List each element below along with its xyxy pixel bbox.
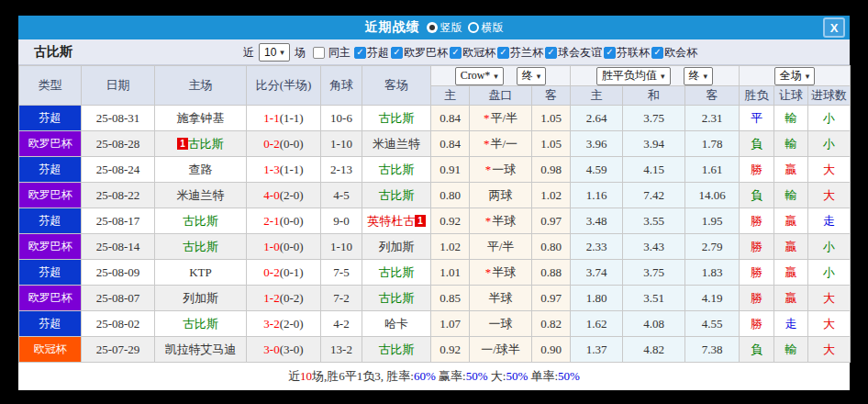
ah-handicap-line: *一球 [470, 157, 532, 183]
ah-away-odds: 0.88 [532, 260, 571, 286]
eu-away-odds: 1.61 [685, 157, 740, 183]
summary-part: 赢率: [436, 368, 466, 385]
checked-checkbox-icon[interactable]: ✓ [391, 47, 403, 59]
away-team-name: 哈卡 [384, 317, 408, 331]
eu-draw-odds: 3.51 [623, 286, 685, 311]
home-team-name: 列加斯 [183, 291, 218, 305]
ah-handicap-line: 平/半 [470, 234, 532, 260]
results-table: 类型 日期 主场 比分(半场) 角球 客场 Crow* ▾ 终 [18, 65, 851, 363]
result-goals: 小 [808, 106, 851, 131]
radio-unselected-icon[interactable] [468, 22, 479, 33]
away-team-name: 古比斯 [379, 291, 415, 305]
odds-company-select[interactable]: Crow* ▾ [455, 67, 504, 85]
ah-home-odds: 0.92 [431, 337, 470, 363]
league-filter-item[interactable]: ✓芬超 [352, 45, 389, 61]
league-filter-item[interactable]: ✓芬兰杯 [495, 45, 543, 61]
chevron-down-icon: ▾ [704, 72, 708, 81]
league-filter-label: 欧冠杯 [462, 45, 495, 61]
ah-away-odds: 0.80 [532, 234, 571, 260]
league-filter-item[interactable]: ✓欧罗巴杯 [389, 45, 448, 61]
sub-header-eu-home: 主 [571, 86, 623, 106]
wdl-time-select[interactable]: 终 ▾ [684, 67, 714, 85]
away-team-name: 英特杜古 [367, 214, 415, 228]
sub-header-result-ah: 让球 [774, 86, 808, 106]
layout-horizontal-option[interactable]: 横版 [468, 20, 504, 36]
checked-checkbox-icon[interactable]: ✓ [497, 47, 509, 59]
radio-selected-icon[interactable] [427, 22, 438, 33]
layout-vertical-option[interactable]: 竖版 [427, 20, 462, 36]
league-badge: 芬超 [19, 157, 82, 183]
odds-company-value: Crow* [461, 69, 491, 83]
eu-away-odds: 4.19 [685, 286, 740, 311]
layout-horizontal-label: 横版 [482, 20, 504, 36]
home-team-name: 米迪兰特 [177, 188, 225, 202]
score-cell: 4-0(2-0) [247, 183, 321, 208]
ah-away-odds: 0.98 [532, 157, 571, 183]
league-filter-item[interactable]: ✓芬联杯 [602, 45, 650, 61]
league-filter-item[interactable]: ✓欧冠杯 [448, 45, 495, 61]
league-filter-label: 欧罗巴杯 [404, 45, 448, 61]
close-button[interactable]: X [823, 17, 845, 38]
result-wdl: 勝 [740, 208, 774, 234]
handicap-text: 半/一 [490, 137, 517, 151]
league-filter-item[interactable]: ✓欧会杯 [650, 45, 697, 61]
away-team-name: 古比斯 [379, 163, 415, 176]
table-row: 欧罗巴杯25-08-14古比斯1-0(0-0)1-10列加斯1.02平/半0.8… [19, 234, 851, 260]
red-card-badge: 1 [177, 138, 188, 150]
away-team-cell: 哈卡 [362, 311, 431, 337]
live-star-icon: * [485, 265, 492, 279]
away-team-name: 米迪兰特 [373, 137, 420, 151]
match-date: 25-08-31 [82, 106, 155, 131]
ah-handicap-line: 一/球半 [470, 337, 532, 363]
result-goals: 大 [808, 337, 851, 363]
eu-draw-odds: 3.94 [623, 131, 685, 157]
eu-draw-odds: 4.15 [623, 157, 685, 183]
same-home-checkbox[interactable]: ✓ [313, 47, 325, 59]
full-time-score: 1-3 [263, 163, 279, 176]
league-badge: 欧罗巴杯 [19, 234, 82, 260]
checked-checkbox-icon[interactable]: ✓ [604, 47, 616, 59]
red-card-badge: 1 [415, 215, 426, 227]
league-filter-item[interactable]: ✓球会友谊 [543, 45, 602, 61]
checked-checkbox-icon[interactable]: ✓ [651, 47, 663, 59]
checked-checkbox-icon[interactable]: ✓ [354, 47, 366, 59]
score-cell: 2-1(0-0) [247, 208, 321, 234]
eu-home-odds: 1.37 [571, 337, 623, 363]
half-time-score: (1-1) [280, 163, 304, 176]
eu-draw-odds: 3.75 [623, 260, 685, 286]
chevron-down-icon: ▾ [494, 72, 498, 81]
corner-count: 1-10 [321, 131, 362, 157]
result-handicap: 走 [774, 311, 808, 337]
corner-count: 2-13 [321, 157, 362, 183]
scope-select[interactable]: 全场 ▾ [774, 67, 816, 85]
league-badge: 芬超 [19, 106, 82, 131]
checked-checkbox-icon[interactable]: ✓ [545, 47, 557, 59]
chevron-down-icon: ▾ [661, 72, 665, 81]
away-team-cell: 米迪兰特 [362, 131, 431, 157]
odds-time-select[interactable]: 终 ▾ [517, 67, 547, 85]
home-team-cell: 查路 [155, 157, 247, 183]
league-badge: 欧罗巴杯 [19, 183, 82, 208]
away-team-cell: 古比斯 [362, 157, 431, 183]
full-time-score: 2-1 [263, 214, 279, 228]
result-handicap: 輸 [774, 183, 808, 208]
full-time-score: 4-0 [263, 188, 279, 202]
score-cell: 0-2(0-1) [247, 260, 321, 286]
eu-home-odds: 3.48 [571, 208, 623, 234]
ah-away-odds: 1.02 [532, 183, 571, 208]
score-cell: 1-2(0-2) [247, 286, 321, 311]
half-time-score: (2-0) [280, 188, 304, 202]
result-wdl: 負 [740, 337, 774, 363]
away-team-cell: 古比斯 [362, 337, 431, 363]
handicap-text: 一球 [489, 317, 513, 331]
result-wdl: 負 [740, 183, 774, 208]
result-wdl: 勝 [740, 260, 774, 286]
sub-header-result-ou: 进球数 [808, 86, 851, 106]
league-badge: 欧冠杯 [19, 337, 82, 363]
home-team-cell: 古比斯 [155, 234, 247, 260]
wdl-mode-select[interactable]: 胜平负均值 ▾ [596, 67, 671, 85]
recent-count-select[interactable]: 10 ▾ [259, 43, 290, 62]
table-row: 芬超25-08-02古比斯3-2(2-0)4-2哈卡1.07一球0.821.62… [19, 311, 851, 337]
checked-checkbox-icon[interactable]: ✓ [450, 47, 462, 59]
half-time-score: (0-1) [280, 265, 304, 279]
